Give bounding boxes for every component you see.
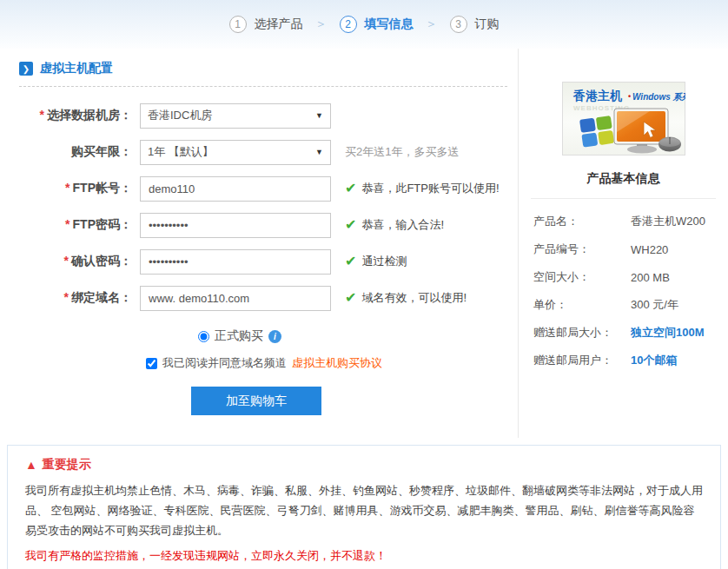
validation-message: ✔ 域名有效，可以使用!: [345, 290, 467, 306]
page: 1 选择产品 ＞ 2 填写信息 ＞ 3 订购 ❯ 虚拟主机配置: [0, 0, 728, 569]
info-label: 产品名：: [533, 214, 631, 229]
formal-purchase-label: 正式购买: [215, 328, 263, 344]
promo-hint: 买2年送1年，多买多送: [345, 144, 459, 160]
step-choose-product[interactable]: 1 选择产品: [229, 16, 303, 33]
ftp-account-label: *FTP帐号：: [0, 181, 132, 196]
label-text: 购买年限：: [71, 144, 132, 158]
info-value: 独立空间100M: [631, 325, 705, 341]
notice-paragraph-red: 我司有严格的监控措施，一经发现违规网站，立即永久关闭，并不退款！: [25, 546, 705, 566]
ftp-account-row: *FTP帐号： ✔ 恭喜，此FTP账号可以使用!: [0, 170, 518, 207]
confirm-password-label: *确认密码：: [0, 254, 132, 269]
main: ❯ 虚拟主机配置 *选择数据机房： 香港IDC机房 ▼ 购买年限： 1年 【默认…: [0, 49, 728, 438]
ftp-account-input[interactable]: [140, 176, 331, 202]
agreement-link[interactable]: 虚拟主机购买协议: [292, 355, 382, 371]
check-icon: ✔: [345, 182, 356, 195]
bind-domain-input[interactable]: [140, 286, 331, 311]
purchase-years-row: 购买年限： 1年 【默认】 ▼ 买2年送1年，多买多送: [0, 134, 518, 170]
required-mark: *: [65, 181, 69, 195]
product-image-series: Windows 系列: [632, 92, 685, 102]
purchase-type-row: 正式购买 i: [198, 328, 518, 344]
label-text: 确认密码：: [71, 254, 132, 268]
datacenter-row: *选择数据机房： 香港IDC机房 ▼: [0, 97, 518, 134]
product-info-title: 产品基本信息: [531, 171, 716, 199]
validation-text: 域名有效，可以使用!: [361, 290, 467, 306]
ftp-password-input[interactable]: [140, 213, 331, 238]
required-mark: *: [64, 254, 69, 268]
label-text: 绑定域名：: [71, 290, 132, 304]
step-number: 3: [450, 16, 467, 33]
step-fill-info[interactable]: 2 填写信息: [340, 16, 414, 33]
confirm-password-input[interactable]: [140, 249, 331, 275]
info-value: 10个邮箱: [631, 353, 677, 368]
product-image: 香港主机 • Windows 系列 WEBHOSTING: [562, 82, 685, 155]
mouse-icon: [659, 137, 681, 152]
validation-text: 通过检测: [361, 254, 407, 269]
bind-domain-label: *绑定域名：: [0, 290, 132, 306]
chevron-down-icon: ▼: [315, 148, 323, 156]
step-label: 订购: [475, 17, 500, 32]
validation-message: ✔ 恭喜，此FTP账号可以使用!: [345, 181, 500, 196]
required-mark: *: [40, 108, 44, 122]
info-label: 赠送邮局大小：: [533, 325, 631, 341]
info-icon[interactable]: i: [268, 330, 281, 343]
step-label: 填写信息: [365, 17, 414, 32]
stepper: 1 选择产品 ＞ 2 填写信息 ＞ 3 订购: [229, 16, 500, 33]
chevron-right-icon: ＞: [426, 17, 438, 32]
important-notice: ▲ 重要提示 我司所有虚拟主机均禁止色情、木马、病毒、诈骗、私服、外挂、钓鱼网站…: [7, 445, 721, 569]
label-text: FTP密码：: [73, 217, 132, 231]
purchase-years-select[interactable]: 1年 【默认】 ▼: [140, 140, 331, 165]
agreement-row: 我已阅读并同意域名频道 虚拟主机购买协议: [146, 355, 518, 371]
check-icon: ✔: [345, 291, 356, 305]
step-number: 1: [229, 16, 247, 33]
agreement-text: 我已阅读并同意域名频道: [162, 355, 287, 371]
required-mark: *: [64, 290, 69, 304]
info-label: 单价：: [533, 297, 631, 313]
notice-header: ▲ 重要提示: [25, 457, 705, 473]
datacenter-select[interactable]: 香港IDC机房 ▼: [140, 103, 331, 129]
datacenter-label: *选择数据机房：: [0, 108, 132, 123]
arrow-right-icon: ❯: [19, 62, 33, 76]
bullet-icon: •: [628, 92, 631, 101]
selected-option: 香港IDC机房: [148, 108, 212, 123]
step-order[interactable]: 3 订购: [450, 16, 500, 33]
form-body: *选择数据机房： 香港IDC机房 ▼ 购买年限： 1年 【默认】 ▼ 买2年送1…: [0, 87, 518, 415]
info-label: 产品编号：: [533, 241, 631, 257]
info-label: 空间大小：: [533, 269, 631, 285]
product-info-list: 产品名： 香港主机W200 产品编号： WH220 空间大小： 200 MB 单…: [519, 199, 728, 374]
check-icon: ✔: [345, 255, 356, 268]
info-value: 200 MB: [631, 271, 670, 284]
validation-text: 恭喜，此FTP账号可以使用!: [361, 181, 499, 196]
product-sidebar: 香港主机 • Windows 系列 WEBHOSTING: [519, 49, 728, 438]
info-value: 300 元/年: [631, 297, 678, 313]
validation-message: ✔ 通过检测: [345, 254, 407, 269]
ftp-password-row: *FTP密码： ✔ 恭喜，输入合法!: [0, 207, 518, 243]
ftp-password-label: *FTP密码：: [0, 217, 132, 233]
product-image-title: 香港主机: [572, 89, 623, 103]
info-label: 赠送邮局用户：: [533, 353, 631, 368]
info-row-product-name: 产品名： 香港主机W200: [519, 208, 728, 235]
info-row-product-code: 产品编号： WH220: [519, 235, 728, 263]
stepper-band: 1 选择产品 ＞ 2 填写信息 ＞ 3 订购: [0, 0, 728, 49]
info-row-mail-size: 赠送邮局大小： 独立空间100M: [519, 319, 728, 347]
formal-purchase-radio[interactable]: [198, 331, 209, 342]
warning-triangle-icon: ▲: [25, 459, 37, 471]
host-config-form: ❯ 虚拟主机配置 *选择数据机房： 香港IDC机房 ▼ 购买年限： 1年 【默认…: [0, 49, 519, 438]
info-value: WH220: [631, 243, 668, 256]
chevron-right-icon: ＞: [315, 17, 328, 32]
step-number: 2: [340, 16, 357, 33]
check-icon: ✔: [345, 218, 356, 232]
step-label: 选择产品: [255, 17, 303, 32]
validation-message: ✔ 恭喜，输入合法!: [345, 217, 444, 233]
add-to-cart-button[interactable]: 加至购物车: [191, 387, 321, 415]
purchase-years-label: 购买年限：: [0, 144, 132, 160]
label-text: 选择数据机房：: [47, 108, 132, 122]
info-row-mail-users: 赠送邮局用户： 10个邮箱: [519, 347, 728, 374]
confirm-password-row: *确认密码： ✔ 通过检测: [0, 243, 518, 280]
notice-paragraph: 我司所有虚拟主机均禁止色情、木马、病毒、诈骗、私服、外挂、钓鱼网站、秒赞程序、垃…: [25, 480, 705, 540]
agreement-checkbox[interactable]: [146, 358, 157, 369]
validation-text: 恭喜，输入合法!: [361, 217, 444, 233]
chevron-down-icon: ▼: [315, 111, 323, 120]
label-text: FTP帐号：: [73, 181, 132, 195]
section-header: ❯ 虚拟主机配置: [19, 61, 507, 87]
info-value: 香港主机W200: [631, 214, 705, 229]
